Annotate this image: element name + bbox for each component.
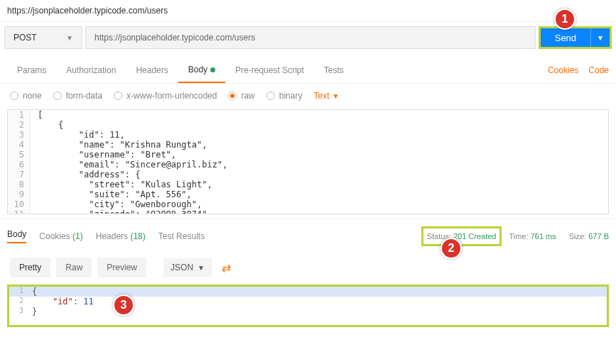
body-type-row: none form-data x-www-form-urlencoded raw… — [0, 84, 616, 105]
send-group: Send ▼ — [539, 26, 612, 49]
radio-none[interactable]: none — [10, 91, 42, 101]
code-line: 3 "id": 11, — [8, 130, 608, 140]
code-link[interactable]: Code — [588, 65, 609, 75]
code-line: 10 "city": "Gwenborough", — [8, 199, 608, 209]
code-line: 2 { — [8, 120, 608, 130]
view-raw[interactable]: Raw — [56, 258, 92, 277]
radio-binary[interactable]: binary — [266, 91, 303, 101]
code-line: 5 "username": "Bret", — [8, 150, 608, 160]
view-pretty[interactable]: Pretty — [10, 258, 50, 277]
chevron-down-icon: ▼ — [198, 264, 205, 272]
response-view-row: Pretty Raw Preview JSON▼ ⇄ — [0, 250, 616, 285]
callout-3: 3 — [113, 294, 134, 316]
code-line: 9 "suite": "Apt. 556", — [8, 189, 608, 199]
code-line: 6 "email": "Sincere@april.biz", — [8, 160, 608, 170]
request-body-editor[interactable]: 1[2 {3 "id": 11,4 "name": "Krishna Rungt… — [7, 109, 609, 214]
request-tabs: Params Authorization Headers Body Pre-re… — [0, 57, 616, 84]
resp-tab-testresults[interactable]: Test Results — [158, 231, 205, 241]
code-line: 7 "address": { — [8, 170, 608, 180]
tab-prerequest[interactable]: Pre-request Script — [225, 58, 314, 82]
view-preview[interactable]: Preview — [97, 258, 146, 277]
tabs-right: Cookies Code — [548, 65, 609, 75]
tab-headers[interactable]: Headers — [126, 58, 178, 82]
callout-1: 1 — [554, 9, 576, 30]
url-input[interactable] — [85, 26, 536, 49]
send-button[interactable]: Send — [541, 28, 590, 47]
tab-body[interactable]: Body — [178, 57, 225, 83]
radio-urlencoded[interactable]: x-www-form-urlencoded — [114, 91, 217, 101]
code-line: 11 "zincode": "92998-3874", — [8, 209, 608, 214]
tab-authorization[interactable]: Authorization — [56, 58, 126, 82]
raw-type-select[interactable]: Text▼ — [313, 91, 339, 101]
resp-tab-cookies[interactable]: Cookies (1) — [39, 231, 82, 241]
body-modified-dot-icon — [210, 67, 215, 72]
cookies-link[interactable]: Cookies — [548, 65, 578, 75]
lang-select[interactable]: JSON▼ — [163, 258, 212, 277]
chevron-down-icon: ▼ — [332, 92, 339, 100]
radio-raw[interactable]: raw — [228, 91, 254, 101]
send-dropdown[interactable]: ▼ — [590, 28, 610, 47]
url-display: https://jsonplaceholder.typicode.com/use… — [0, 0, 616, 22]
response-body[interactable]: 1{ 2 "id": 11 3} — [7, 285, 609, 327]
wrap-icon[interactable]: ⇄ — [222, 261, 231, 275]
tab-params[interactable]: Params — [7, 58, 56, 82]
status-value: 201 Created — [453, 232, 497, 241]
method-select[interactable]: POST ▼ — [4, 26, 82, 49]
code-line: 4 "name": "Krishna Rungta", — [8, 140, 608, 150]
resp-tab-headers[interactable]: Headers (18) — [96, 231, 146, 241]
callout-2: 2 — [441, 238, 462, 259]
code-line: 8 "street": "Kulas Light", — [8, 180, 608, 189]
radio-formdata[interactable]: form-data — [53, 91, 102, 101]
method-value: POST — [13, 33, 37, 43]
chevron-down-icon: ▼ — [66, 34, 73, 42]
time-label: Time: — [509, 232, 528, 241]
response-tabs: Body Cookies (1) Headers (18) Test Resul… — [0, 219, 616, 250]
size-value: 677 B — [588, 232, 609, 241]
resp-tab-body[interactable]: Body — [7, 229, 26, 243]
time-value: 761 ms — [531, 232, 556, 241]
request-bar: POST ▼ Send ▼ — [0, 22, 616, 57]
tab-tests[interactable]: Tests — [314, 58, 354, 82]
code-line: 1[ — [8, 110, 608, 120]
size-label: Size: — [569, 232, 586, 241]
